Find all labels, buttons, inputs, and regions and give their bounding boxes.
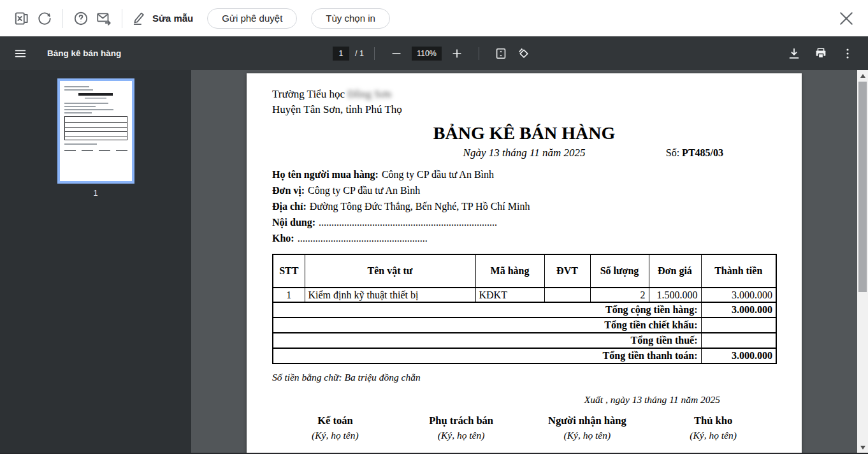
scroll-down-button[interactable] xyxy=(857,442,868,453)
buyer-name-line: Họ tên người mua hàng:Công ty CP đầu tư … xyxy=(272,166,776,182)
arrow-up-icon xyxy=(860,74,865,78)
page-count-label: / 1 xyxy=(355,49,364,58)
refresh-button[interactable] xyxy=(33,7,56,30)
plus-icon xyxy=(451,47,463,60)
pencil-icon xyxy=(131,10,147,26)
pdf-viewer-toolbar: Bảng kê bán hàng 1 / 1 110% xyxy=(0,36,868,70)
invoice-number: Số: PT485/03 xyxy=(666,147,723,159)
page-number-input[interactable]: 1 xyxy=(333,47,349,61)
table-row: 1 Kiểm định kỹ thuật thiết bị KĐKT 2 1.5… xyxy=(273,288,776,302)
help-icon xyxy=(73,10,89,27)
arrow-down-icon xyxy=(860,446,865,450)
col-don-gia: Đơn giá xyxy=(649,254,701,288)
invoice-number-value: PT485/03 xyxy=(682,147,723,158)
vertical-scrollbar xyxy=(857,70,868,454)
col-so-luong: Số lượng xyxy=(590,254,649,288)
sidebar-toggle-button[interactable] xyxy=(9,42,32,65)
page-zoom-controls: 1 / 1 110% xyxy=(333,36,535,70)
col-thanh-tien: Thành tiền xyxy=(701,254,776,288)
invoice-date: Ngày 13 tháng 11 năm 2025 xyxy=(463,147,586,159)
invoice-number-label: Số: xyxy=(666,147,682,158)
signature-sales: Phụ trách bán (Ký, họ tên) xyxy=(398,414,524,441)
buyer-info-block: Họ tên người mua hàng:Công ty CP đầu tư … xyxy=(272,166,776,246)
thumbnail-sidebar: 1 xyxy=(0,70,191,454)
rotate-icon xyxy=(517,47,531,61)
send-approval-button[interactable]: Gửi phê duyệt xyxy=(207,8,297,29)
close-icon xyxy=(837,9,856,28)
more-options-button[interactable] xyxy=(836,42,859,65)
signature-accountant: Kế toán (Ký, họ tên) xyxy=(272,414,398,441)
edit-template-button[interactable]: Sửa mẫu xyxy=(131,10,193,26)
help-button[interactable] xyxy=(69,7,92,30)
print-icon xyxy=(814,47,828,61)
goods-table: STT Tên vật tư Mã hàng ĐVT Số lượng Đơn … xyxy=(272,254,777,364)
col-ma-hang: Mã hàng xyxy=(475,254,544,288)
send-mail-icon xyxy=(96,10,112,27)
signature-receiver: Người nhận hàng (Ký, họ tên) xyxy=(524,414,651,441)
org-name-prefix: Trường Tiểu học xyxy=(272,88,345,100)
print-options-button[interactable]: Tùy chọn in xyxy=(311,8,390,29)
org-name-redacted: Đồng Sơn xyxy=(347,88,391,100)
zoom-in-button[interactable] xyxy=(445,42,468,65)
app-toolbar: Sửa mẫu Gửi phê duyệt Tùy chọn in xyxy=(0,0,868,36)
send-mail-button[interactable] xyxy=(92,7,115,30)
download-button[interactable] xyxy=(783,42,806,65)
fit-page-icon xyxy=(494,47,508,61)
page-thumbnail[interactable] xyxy=(57,78,134,184)
excel-icon xyxy=(13,10,30,27)
export-date-line: Xuất , ngày 13 tháng 11 năm 2025 xyxy=(272,394,776,406)
edit-template-label: Sửa mẫu xyxy=(152,13,193,24)
total-goods-row: Tổng cộng tiền hàng: 3.000.000 xyxy=(273,302,776,318)
col-ten-vat-tu: Tên vật tư xyxy=(305,254,475,288)
toolbar-divider xyxy=(122,9,122,28)
thumbnail-page-number: 1 xyxy=(94,189,98,198)
table-header-row: STT Tên vật tư Mã hàng ĐVT Số lượng Đơn … xyxy=(273,254,776,288)
pdf-page-area: Trường Tiểu học Đồng Sơn Huyện Tân Sơn, … xyxy=(191,70,868,454)
scrollbar-thumb[interactable] xyxy=(858,82,867,292)
minus-icon xyxy=(390,47,403,60)
buyer-unit-line: Đơn vị:Công ty CP đầu tư An Bình xyxy=(272,182,776,198)
amount-in-words: Số tiền bằng chữ: Ba triệu đồng chẵn xyxy=(272,372,776,383)
export-excel-button[interactable] xyxy=(10,7,33,30)
close-button[interactable] xyxy=(835,7,858,30)
fit-page-button[interactable] xyxy=(489,42,512,65)
invoice-page: Trường Tiểu học Đồng Sơn Huyện Tân Sơn, … xyxy=(247,73,802,454)
print-button[interactable] xyxy=(809,42,832,65)
org-name-line: Trường Tiểu học Đồng Sơn xyxy=(272,87,776,102)
org-district-line: Huyện Tân Sơn, tỉnh Phú Thọ xyxy=(272,102,776,117)
invoice-title: BẢNG KÊ BÁN HÀNG xyxy=(272,123,776,143)
signature-stockkeeper: Thủ kho (Ký, họ tên) xyxy=(650,414,776,441)
toolbar-divider xyxy=(62,9,63,28)
zoom-out-button[interactable] xyxy=(385,42,408,65)
total-tax-row: Tổng tiền thuế: xyxy=(273,333,776,348)
col-stt: STT xyxy=(273,254,305,288)
total-discount-row: Tổng tiền chiết khấu: xyxy=(273,318,776,333)
buyer-address-line: Địa chỉ:Đường Tông Đức Thắng, Bến Nghé, … xyxy=(272,198,776,214)
col-dvt: ĐVT xyxy=(544,254,590,288)
toolbar-divider xyxy=(374,47,375,60)
more-vert-icon xyxy=(841,47,855,61)
scroll-up-button[interactable] xyxy=(857,70,868,81)
rotate-button[interactable] xyxy=(512,42,535,65)
menu-icon xyxy=(13,47,27,61)
content-line: Nội dung:...............................… xyxy=(272,214,776,230)
signature-row: Kế toán (Ký, họ tên) Phụ trách bán (Ký, … xyxy=(272,414,776,441)
document-title: Bảng kê bán hàng xyxy=(47,48,121,58)
toolbar-divider xyxy=(479,47,479,60)
refresh-icon xyxy=(36,10,53,27)
warehouse-line: Kho:....................................… xyxy=(272,230,776,246)
invoice-subtitle-row: Ngày 13 tháng 11 năm 2025 Số: PT485/03 xyxy=(272,147,776,159)
total-payment-row: Tổng tiền thanh toán: 3.000.000 xyxy=(273,348,776,363)
zoom-level-input[interactable]: 110% xyxy=(412,47,442,61)
download-icon xyxy=(787,47,801,61)
viewer-content: 1 Trường Tiểu học Đồng Sơn Huyện Tân Sơn… xyxy=(0,70,868,454)
pdf-action-buttons xyxy=(783,42,859,65)
